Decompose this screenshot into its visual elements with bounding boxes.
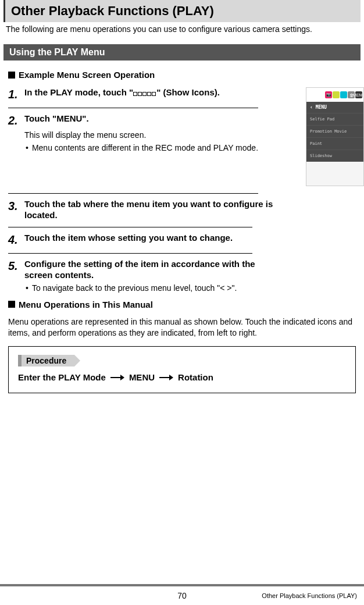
- step-1-head: In the PLAY mode, touch "" (Show Icons).: [24, 87, 220, 99]
- bullet-dot-icon: •: [26, 283, 28, 294]
- step-5-body: • To navigate back to the previous menu …: [24, 283, 276, 294]
- arrow-icon: [159, 375, 173, 380]
- explain-text: Menu operations are represented in this …: [0, 316, 364, 339]
- step-divider: [8, 193, 258, 194]
- step-number: 4.: [8, 232, 20, 247]
- step-3: 3. Touch the tab where the menu item you…: [8, 198, 276, 221]
- page-title-bar: Other Playback Functions (PLAY): [3, 0, 361, 22]
- menu-screenshot: 📷 🗑 MENU ‹ MENU Selfie Pad Promotion Mov…: [306, 87, 364, 186]
- show-icons-icon: [133, 87, 156, 99]
- screenshot-menu-panel: ‹ MENU Selfie Pad Promotion Movie Paint …: [306, 102, 363, 162]
- camera-icon: 📷: [325, 91, 332, 98]
- sub-heading-manual: Menu Operations in This Manual: [8, 300, 356, 309]
- step-2-body: This will display the menu screen. • Men…: [24, 130, 276, 154]
- procedure-path: Enter the PLAY Mode MENU Rotation: [18, 372, 346, 382]
- section-header: Using the PLAY Menu: [3, 44, 361, 61]
- footer-bar: [0, 584, 364, 586]
- proc-step-2: MENU: [129, 372, 155, 382]
- screenshot-icon-row: 📷 🗑 MENU: [306, 88, 363, 102]
- screenshot-menu-item: Slideshow: [306, 150, 363, 162]
- step-1: 1. In the PLAY mode, touch "" (Show Icon…: [8, 87, 276, 102]
- square-bullet-icon: [8, 72, 15, 79]
- step-number: 5.: [8, 258, 20, 273]
- step-4: 4. Touch the item whose setting you want…: [8, 232, 276, 247]
- step-5-bullet: • To navigate back to the previous menu …: [24, 283, 276, 294]
- step-number: 3.: [8, 198, 20, 213]
- screenshot-menu-item: Selfie Pad: [306, 113, 363, 125]
- step-divider: [8, 227, 252, 227]
- intro-text: The following are menu operations you ca…: [0, 24, 364, 34]
- step-5-head: Configure the setting of the item in acc…: [24, 258, 276, 281]
- screenshot-menu-item: Promotion Movie: [306, 125, 363, 137]
- menu-badge-icon: MENU: [355, 91, 362, 98]
- step-number: 1.: [8, 87, 20, 102]
- proc-step-3: Rotation: [178, 372, 213, 382]
- arrow-icon: [110, 375, 124, 380]
- steps-list: 1. In the PLAY mode, touch "" (Show Icon…: [8, 87, 276, 294]
- step-divider: [8, 108, 258, 108]
- screenshot-menu-header: ‹ MENU: [306, 102, 363, 113]
- page-title: Other Playback Functions (PLAY): [11, 3, 355, 19]
- wifi-icon: [340, 91, 347, 98]
- sub-heading-1-text: Example Menu Screen Operation: [19, 70, 155, 80]
- page-footer: 70 Other Playback Functions (PLAY): [0, 582, 364, 605]
- step-number: 2.: [8, 113, 20, 128]
- bullet-dot-icon: •: [26, 143, 28, 154]
- procedure-box: Procedure Enter the PLAY Mode MENU Rotat…: [8, 346, 356, 393]
- step-2-head: Touch "MENU".: [24, 113, 89, 124]
- step-2-bullet: • Menu contents are different in the REC…: [24, 143, 276, 154]
- step-divider: [8, 253, 252, 254]
- footer-section-name: Other Playback Functions (PLAY): [262, 592, 357, 599]
- sub-heading-example: Example Menu Screen Operation: [8, 70, 356, 80]
- step-5: 5. Configure the setting of the item in …: [8, 258, 276, 294]
- square-bullet-icon: [8, 301, 15, 308]
- proc-step-1: Enter the PLAY Mode: [18, 372, 106, 382]
- step-2: 2. Touch "MENU". This will display the m…: [8, 113, 276, 154]
- step-4-head: Touch the item whose setting you want to…: [24, 232, 233, 244]
- sub-heading-2-text: Menu Operations in This Manual: [19, 300, 153, 309]
- procedure-label-wrap: Procedure: [18, 355, 74, 366]
- key-icon: [333, 91, 340, 98]
- screenshot-menu-item: Paint: [306, 137, 363, 150]
- procedure-label: Procedure: [18, 355, 74, 366]
- step-3-head: Touch the tab where the menu item you wa…: [24, 198, 276, 221]
